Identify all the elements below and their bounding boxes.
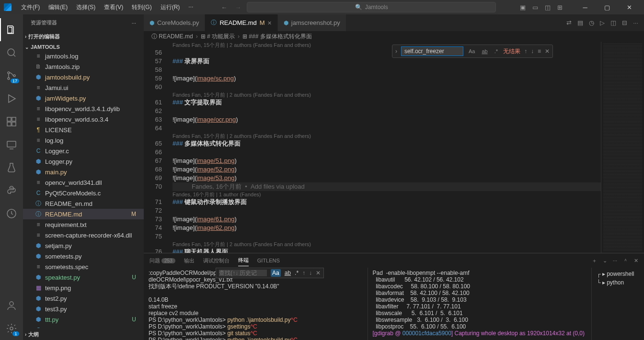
file-item[interactable]: ⬢jamtoolsbuild.py bbox=[23, 72, 144, 82]
terminal-dropdown-icon[interactable]: ⌄ bbox=[603, 258, 607, 264]
debug-console-tab[interactable]: 调试控制台 bbox=[203, 255, 230, 266]
extensions-icon[interactable] bbox=[0, 110, 23, 133]
terminal-list-item[interactable]: ┌ ▸ powershell bbox=[594, 270, 642, 278]
timeline-icon[interactable]: ◷ bbox=[589, 19, 594, 26]
t-prev-icon[interactable]: ↑ bbox=[302, 270, 305, 276]
tab-close-icon[interactable]: × bbox=[268, 19, 272, 27]
terminal-tab[interactable]: 终端 bbox=[238, 255, 249, 266]
scm-icon[interactable]: 17 bbox=[0, 64, 23, 87]
editor-tab[interactable]: ⓘREADME.mdM× bbox=[205, 14, 277, 31]
file-item[interactable]: ⓘREADME_en.md bbox=[23, 198, 144, 209]
project-section[interactable]: ⌄JAMTOOLS bbox=[23, 43, 144, 51]
t-regex-icon[interactable]: .* bbox=[295, 270, 299, 276]
t-close-icon[interactable]: ✕ bbox=[316, 270, 321, 276]
panel-maximize-icon[interactable]: ＾ bbox=[623, 257, 628, 264]
sidebar-right-icon[interactable]: ◫ bbox=[545, 4, 551, 11]
new-terminal-icon[interactable]: ＋ bbox=[592, 257, 597, 264]
layout-icon[interactable]: ▣ bbox=[520, 4, 526, 11]
editor-tab[interactable]: ⬢jamscreenshot.py bbox=[278, 14, 346, 31]
history-icon[interactable] bbox=[0, 202, 23, 225]
menu-item[interactable]: 编辑(E) bbox=[45, 1, 71, 13]
whole-word-icon[interactable]: ab bbox=[480, 48, 489, 54]
remote-icon[interactable] bbox=[0, 133, 23, 156]
file-item[interactable]: ⬢ttt.pyU bbox=[23, 314, 144, 325]
menu-item[interactable]: 运行(R) bbox=[157, 1, 184, 13]
find-input[interactable] bbox=[401, 46, 463, 56]
file-item[interactable]: ⬢jamWidgets.py bbox=[23, 93, 144, 103]
breadcrumb[interactable]: ⓘ README.md›⊞ # 功能展示›⊞ ### 多媒体格式转化界面 bbox=[144, 31, 644, 42]
t-match-case-icon[interactable]: Aa bbox=[271, 269, 281, 277]
find-next-icon[interactable]: ↓ bbox=[531, 48, 534, 55]
file-item[interactable]: ≡screen-capture-recorder-x64.dll bbox=[23, 230, 144, 240]
file-item[interactable]: ≡jamtools.log bbox=[23, 51, 144, 61]
regex-icon[interactable]: .* bbox=[493, 48, 499, 54]
open-editors-section[interactable]: ›打开的编辑器 bbox=[23, 32, 144, 41]
output-tab[interactable]: 输出 bbox=[184, 255, 195, 266]
breadcrumb-item[interactable]: ⊞ ### 多媒体格式转化界面 bbox=[242, 33, 312, 41]
file-item[interactable]: ⬢speaktest.pyU bbox=[23, 272, 144, 283]
settings-icon[interactable]: 1 bbox=[0, 317, 23, 340]
file-item[interactable]: ⬢main.py bbox=[23, 167, 144, 177]
outline-section[interactable]: ›大纲 bbox=[23, 330, 144, 339]
editor-tab[interactable]: ⬢CoreModels.py bbox=[144, 14, 205, 31]
find-expand-icon[interactable]: › bbox=[395, 48, 397, 55]
find-filter-icon[interactable]: ≡ bbox=[538, 48, 541, 55]
file-item[interactable]: ≡opencv_world341.dll bbox=[23, 177, 144, 188]
split-icon[interactable]: ◫ bbox=[610, 19, 616, 26]
menu-item[interactable]: 文件(F) bbox=[17, 1, 44, 13]
menu-item[interactable]: ··· bbox=[184, 1, 197, 13]
file-item[interactable]: ≡requirement.txt bbox=[23, 219, 144, 230]
codelens[interactable]: Fandes Fan, 15个月前 | 2 authors (Fandes Fa… bbox=[172, 91, 601, 98]
file-item[interactable]: ⬢setjam.py bbox=[23, 240, 144, 251]
menu-item[interactable]: 转到(G) bbox=[128, 1, 155, 13]
search-activity-icon[interactable] bbox=[0, 41, 23, 64]
minimap[interactable] bbox=[601, 42, 644, 253]
minimize-button[interactable]: ─ bbox=[574, 0, 596, 14]
file-item[interactable]: CLogger.c bbox=[23, 146, 144, 156]
split-down-icon[interactable]: ⊟ bbox=[622, 19, 627, 26]
menu-item[interactable]: 查看(V) bbox=[100, 1, 127, 13]
panel-icon[interactable]: ▭ bbox=[532, 4, 538, 11]
t-whole-word-icon[interactable]: ab bbox=[285, 270, 291, 276]
editor-content[interactable]: › Aa ab .* 无结果 ↑ ↓ ≡ ✕ 5657585960 616263… bbox=[144, 42, 601, 253]
panel-close-icon[interactable]: ✕ bbox=[634, 258, 638, 264]
file-item[interactable]: ≡libopencv_world.3.4.1.dylib bbox=[23, 103, 144, 114]
gitlens-tab[interactable]: GITLENS bbox=[257, 256, 280, 265]
codelens[interactable]: Fandes Fan, 15个月前 | 2 authors (Fandes Fa… bbox=[172, 133, 601, 139]
file-item[interactable]: ≡log.log bbox=[23, 135, 144, 146]
run-icon[interactable] bbox=[0, 87, 23, 110]
nav-back-icon[interactable]: ← bbox=[221, 4, 227, 11]
file-item[interactable]: Ctxpythonsdk.c bbox=[23, 325, 144, 328]
nav-forward-icon[interactable]: → bbox=[235, 4, 241, 11]
find-close-icon[interactable]: ✕ bbox=[545, 48, 550, 55]
file-item[interactable]: ≡libopencv_world.so.3.4 bbox=[23, 114, 144, 125]
file-item[interactable]: CPyQt5CoreModels.c bbox=[23, 188, 144, 198]
file-item[interactable]: ¶LICENSE bbox=[23, 125, 144, 135]
terminal-list-item[interactable]: └ ▸ python bbox=[594, 278, 642, 287]
panel-more-icon[interactable]: ··· bbox=[613, 258, 617, 263]
codelens[interactable]: Fandes Fan, 15个月前 | 2 authors (Fandes Fa… bbox=[172, 241, 601, 248]
command-center[interactable]: 🔍 Jamtools bbox=[247, 2, 496, 12]
file-item[interactable]: ⬢sometests.py bbox=[23, 251, 144, 261]
file-item[interactable]: ⓘREADME.mdM bbox=[23, 209, 144, 219]
file-item[interactable]: ≡sometests.spec bbox=[23, 261, 144, 272]
more-icon[interactable]: ··· bbox=[132, 20, 136, 26]
menu-item[interactable]: 选择(S) bbox=[72, 1, 99, 13]
file-item[interactable]: ▦temp.png bbox=[23, 283, 144, 293]
file-item[interactable]: 🗎Jamtools.zip bbox=[23, 61, 144, 72]
testing-icon[interactable] bbox=[0, 156, 23, 179]
breadcrumb-item[interactable]: ⊞ # 功能展示 bbox=[201, 33, 235, 41]
customize-layout-icon[interactable]: ⊞ bbox=[557, 4, 563, 11]
breadcrumb-item[interactable]: ⓘ README.md bbox=[151, 33, 193, 41]
match-case-icon[interactable]: Aa bbox=[467, 48, 476, 54]
file-item[interactable]: ⬢test2.py bbox=[23, 293, 144, 304]
compare-icon[interactable]: ⇄ bbox=[566, 19, 572, 26]
terminal-pane-2[interactable]: Pad -enable-libopenmpt --enable-amf liba… bbox=[368, 268, 592, 340]
file-item[interactable]: ⬢Logger.py bbox=[23, 156, 144, 167]
maximize-button[interactable]: ▢ bbox=[596, 0, 618, 14]
file-item[interactable]: ≡Jamui.ui bbox=[23, 82, 144, 93]
preview-icon[interactable]: ▤ bbox=[577, 19, 583, 26]
terminal-pane-1[interactable]: :copyPaddleOCRModel/ppoc dleOCRModel\ppo… bbox=[144, 268, 368, 340]
python-env-icon[interactable] bbox=[0, 179, 23, 202]
codelens[interactable]: Fandes, 16个月前 | 1 author (Fandes) bbox=[172, 191, 601, 198]
